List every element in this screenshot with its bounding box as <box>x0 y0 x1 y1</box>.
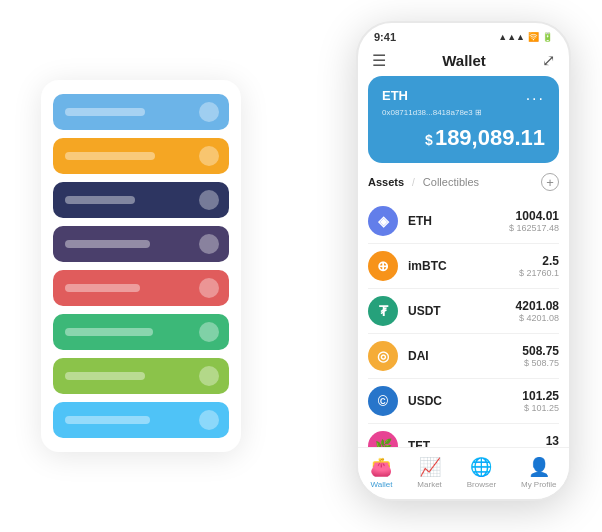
asset-main-amount: 101.25 <box>522 389 559 403</box>
add-asset-button[interactable]: + <box>541 173 559 191</box>
card-item[interactable] <box>53 94 229 130</box>
card-item[interactable] <box>53 182 229 218</box>
asset-main-amount: 508.75 <box>522 344 559 358</box>
nav-bar: ☰ Wallet ⤢ <box>358 47 569 76</box>
asset-amounts: 4201.08$ 4201.08 <box>516 299 559 323</box>
browser-nav-icon: 🌐 <box>470 456 492 478</box>
bottom-nav-browser[interactable]: 🌐Browser <box>467 456 496 489</box>
hero-balance: $189,089.11 <box>382 125 545 151</box>
asset-icon-usdc: © <box>368 386 398 416</box>
profile-nav-label: My Profile <box>521 480 557 489</box>
asset-name: USDC <box>408 394 522 408</box>
tab-separator: / <box>412 177 415 188</box>
wifi-icon: 🛜 <box>528 32 539 42</box>
bottom-nav-market[interactable]: 📈Market <box>417 456 441 489</box>
bottom-nav-profile[interactable]: 👤My Profile <box>521 456 557 489</box>
asset-icon-usdt: ₮ <box>368 296 398 326</box>
asset-name: ETH <box>408 214 509 228</box>
hero-options-button[interactable]: ... <box>526 86 545 104</box>
asset-amounts: 1004.01$ 162517.48 <box>509 209 559 233</box>
asset-main-amount: 2.5 <box>519 254 559 268</box>
profile-nav-icon: 👤 <box>528 456 550 478</box>
asset-amounts: 2.5$ 21760.1 <box>519 254 559 278</box>
asset-row[interactable]: 🌿TFT130 <box>368 424 559 447</box>
signal-icon: ▲▲▲ <box>498 32 525 42</box>
asset-icon-dai: ◎ <box>368 341 398 371</box>
asset-icon-imbtc: ⊕ <box>368 251 398 281</box>
wallet-nav-label: Wallet <box>370 480 392 489</box>
asset-usd-amount: $ 21760.1 <box>519 268 559 278</box>
tab-assets[interactable]: Assets <box>368 176 404 188</box>
asset-amounts: 101.25$ 101.25 <box>522 389 559 413</box>
status-time: 9:41 <box>374 31 396 43</box>
hero-coin: ETH <box>382 88 408 103</box>
status-icons: ▲▲▲ 🛜 🔋 <box>498 32 553 42</box>
asset-row[interactable]: ◈ETH1004.01$ 162517.48 <box>368 199 559 244</box>
status-bar: 9:41 ▲▲▲ 🛜 🔋 <box>358 23 569 47</box>
asset-amounts: 508.75$ 508.75 <box>522 344 559 368</box>
hero-address: 0x08711d38...8418a78e3 ⊞ <box>382 108 545 117</box>
tabs-left: Assets / Collectibles <box>368 176 479 188</box>
card-item[interactable] <box>53 270 229 306</box>
asset-name: USDT <box>408 304 516 318</box>
asset-usd-amount: $ 508.75 <box>522 358 559 368</box>
card-stack <box>41 80 241 452</box>
asset-usd-amount: $ 162517.48 <box>509 223 559 233</box>
asset-row[interactable]: ©USDC101.25$ 101.25 <box>368 379 559 424</box>
asset-usd-amount: $ 4201.08 <box>516 313 559 323</box>
market-nav-label: Market <box>417 480 441 489</box>
market-nav-icon: 📈 <box>419 456 441 478</box>
asset-main-amount: 1004.01 <box>509 209 559 223</box>
asset-usd-amount: $ 101.25 <box>522 403 559 413</box>
card-item[interactable] <box>53 314 229 350</box>
bottom-nav: 👛Wallet📈Market🌐Browser👤My Profile <box>358 447 569 499</box>
asset-main-amount: 4201.08 <box>516 299 559 313</box>
wallet-nav-icon: 👛 <box>370 456 392 478</box>
hero-dollar-sign: $ <box>425 132 433 148</box>
asset-name: DAI <box>408 349 522 363</box>
tabs-row: Assets / Collectibles + <box>368 171 559 191</box>
card-item[interactable] <box>53 138 229 174</box>
card-item[interactable] <box>53 226 229 262</box>
phone-mockup: 9:41 ▲▲▲ 🛜 🔋 ☰ Wallet ⤢ ETH ... 0x08711d… <box>356 21 571 501</box>
card-item[interactable] <box>53 402 229 438</box>
asset-row[interactable]: ⊕imBTC2.5$ 21760.1 <box>368 244 559 289</box>
browser-nav-label: Browser <box>467 480 496 489</box>
hero-card-top: ETH ... <box>382 86 545 104</box>
page-title: Wallet <box>442 52 486 69</box>
asset-icon-eth: ◈ <box>368 206 398 236</box>
scene: 9:41 ▲▲▲ 🛜 🔋 ☰ Wallet ⤢ ETH ... 0x08711d… <box>21 21 581 511</box>
menu-icon[interactable]: ☰ <box>372 51 386 70</box>
asset-amounts: 130 <box>546 434 559 447</box>
asset-name: TFT <box>408 439 546 447</box>
asset-row[interactable]: ◎DAI508.75$ 508.75 <box>368 334 559 379</box>
bottom-nav-wallet[interactable]: 👛Wallet <box>370 456 392 489</box>
asset-icon-tft: 🌿 <box>368 431 398 447</box>
expand-icon[interactable]: ⤢ <box>542 51 555 70</box>
asset-main-amount: 13 <box>546 434 559 447</box>
battery-icon: 🔋 <box>542 32 553 42</box>
asset-row[interactable]: ₮USDT4201.08$ 4201.08 <box>368 289 559 334</box>
hero-card: ETH ... 0x08711d38...8418a78e3 ⊞ $189,08… <box>368 76 559 163</box>
asset-list: ◈ETH1004.01$ 162517.48⊕imBTC2.5$ 21760.1… <box>368 199 559 447</box>
card-item[interactable] <box>53 358 229 394</box>
content-area: Assets / Collectibles + ◈ETH1004.01$ 162… <box>358 171 569 447</box>
asset-name: imBTC <box>408 259 519 273</box>
tab-collectibles[interactable]: Collectibles <box>423 176 479 188</box>
